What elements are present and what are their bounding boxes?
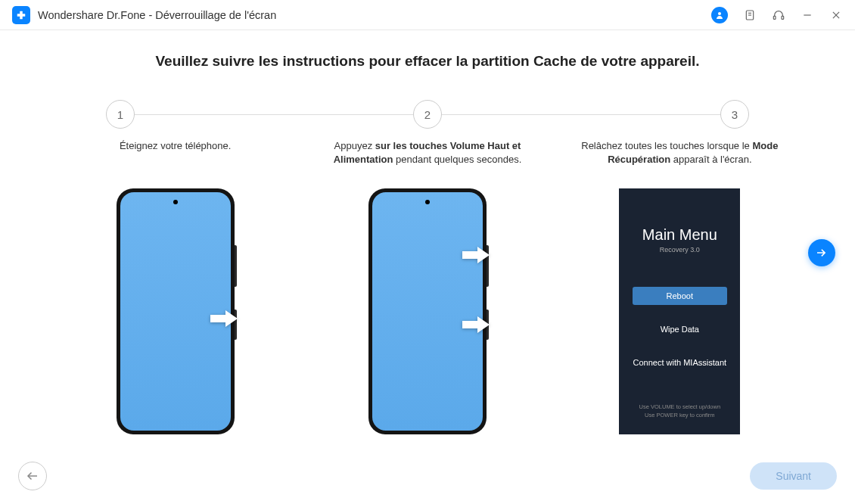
footer: Suivant bbox=[0, 462, 855, 490]
page-heading: Veuillez suivre les instructions pour ef… bbox=[61, 53, 794, 70]
recovery-hint-2: Use POWER key to confirm bbox=[639, 412, 721, 420]
main-content: Veuillez suivre les instructions pour ef… bbox=[0, 30, 855, 434]
arrow-right-icon bbox=[210, 310, 238, 328]
step-3-text-pre: Relâchez toutes les touches lorsque le bbox=[581, 140, 752, 151]
phone-illustration-1 bbox=[117, 188, 235, 434]
svg-rect-7 bbox=[782, 16, 784, 19]
step-3-circle: 3 bbox=[720, 100, 749, 129]
close-button[interactable] bbox=[829, 8, 843, 22]
step-1-text: Éteignez votre téléphone. bbox=[120, 140, 231, 151]
step-connector bbox=[442, 114, 720, 115]
back-button[interactable] bbox=[18, 462, 47, 490]
recovery-wipe-option: Wipe Data bbox=[633, 320, 727, 338]
step-2-description: Appuyez sur les touches Volume Haut et A… bbox=[312, 139, 542, 170]
step-1-column: Éteignez votre téléphone. bbox=[61, 139, 290, 434]
recovery-mode-screen: Main Menu Recovery 3.0 Reboot Wipe Data … bbox=[619, 188, 740, 434]
next-button[interactable]: Suivant bbox=[750, 462, 837, 490]
step-2-text-pre: Appuyez bbox=[334, 140, 375, 151]
step-indicator: 1 2 3 bbox=[61, 100, 794, 129]
app-title: Wondershare Dr.Fone - Déverrouillage de … bbox=[38, 9, 276, 21]
app-logo-icon bbox=[12, 6, 30, 24]
support-headset-icon[interactable] bbox=[772, 8, 785, 22]
step-3-text-post: apparaît à l'écran. bbox=[670, 154, 751, 165]
recovery-reboot-option: Reboot bbox=[633, 287, 727, 305]
arrow-right-icon bbox=[462, 316, 490, 334]
user-account-icon[interactable] bbox=[711, 7, 728, 23]
step-2-text-post: pendant quelques secondes. bbox=[393, 154, 521, 165]
phone-illustration-2 bbox=[368, 188, 487, 434]
recovery-hint-1: Use VOLUME to select up/down bbox=[639, 403, 721, 412]
arrow-right-icon bbox=[462, 246, 490, 264]
recovery-subtitle: Recovery 3.0 bbox=[660, 246, 700, 254]
step-2-circle: 2 bbox=[413, 100, 442, 129]
svg-rect-1 bbox=[17, 14, 26, 17]
feedback-icon[interactable] bbox=[743, 8, 757, 22]
next-fab-button[interactable] bbox=[808, 239, 835, 266]
step-1-circle: 1 bbox=[106, 100, 135, 129]
minimize-button[interactable] bbox=[801, 8, 814, 22]
step-2-column: Appuyez sur les touches Volume Haut et A… bbox=[312, 139, 542, 434]
recovery-connect-option: Connect with MIAssistant bbox=[633, 353, 727, 372]
step-1-description: Éteignez votre téléphone. bbox=[61, 139, 290, 170]
titlebar: Wondershare Dr.Fone - Déverrouillage de … bbox=[0, 0, 855, 30]
step-3-column: Relâchez toutes les touches lorsque le M… bbox=[565, 139, 794, 434]
recovery-hint: Use VOLUME to select up/down Use POWER k… bbox=[639, 403, 721, 419]
step-connector bbox=[135, 114, 413, 115]
svg-rect-6 bbox=[773, 16, 776, 19]
step-3-description: Relâchez toutes les touches lorsque le M… bbox=[565, 139, 794, 170]
svg-point-2 bbox=[718, 12, 721, 15]
recovery-title: Main Menu bbox=[642, 226, 717, 244]
